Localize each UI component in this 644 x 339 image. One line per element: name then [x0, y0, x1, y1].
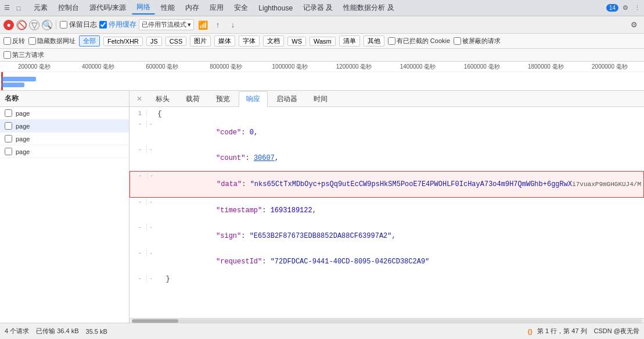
menu-right: 14 ⚙ ⋮	[606, 3, 642, 13]
request-item-3[interactable]: page	[0, 145, 129, 158]
tab-preview[interactable]: 预览	[208, 91, 238, 106]
json-line-code: - - "code": 0,	[129, 120, 644, 145]
third-party-bar: 第三方请求	[0, 49, 644, 62]
preserve-log-input[interactable]	[60, 21, 67, 28]
hide-data-urls-checkbox[interactable]	[28, 37, 36, 45]
timeline-bar-1	[1, 77, 36, 81]
more-options-icon[interactable]: ⋮	[632, 3, 642, 13]
stop-recording-button[interactable]: ●	[3, 20, 14, 30]
filter-img-btn[interactable]: 图片	[190, 35, 211, 47]
request-checkbox-1[interactable]	[5, 122, 12, 130]
devtools-menu-icon[interactable]: ☰	[2, 3, 12, 13]
request-item-1[interactable]: page	[0, 120, 129, 133]
notification-badge: 14	[606, 4, 618, 12]
clear-button[interactable]: 🚫	[16, 20, 27, 30]
filter-doc-btn[interactable]: 文档	[263, 35, 284, 47]
filter-wasm-btn[interactable]: Wasm	[310, 37, 336, 46]
menu-item-sources[interactable]: 源代码/来源	[85, 2, 131, 14]
timeline-label-3: 800000 毫秒	[194, 63, 258, 71]
devtools-window-icon[interactable]: □	[14, 3, 23, 13]
request-list-header: 名称	[0, 91, 129, 107]
disable-cache-checkbox[interactable]: 停用缓存	[99, 20, 136, 30]
disable-cache-input[interactable]	[99, 21, 107, 28]
main-area: 名称 page page page page ✕ 标头 载荷 预览 响应 启动器	[0, 91, 644, 323]
menu-item-console[interactable]: 控制台	[53, 2, 84, 14]
filter-js-btn[interactable]: JS	[146, 37, 162, 46]
menu-item-memory[interactable]: 内存	[181, 2, 204, 14]
filter-media-btn[interactable]: 媒体	[214, 35, 235, 47]
third-party-checkbox[interactable]	[3, 51, 11, 59]
json-line-close: - - }	[129, 274, 644, 285]
timeline-label-5: 1200000 毫秒	[322, 63, 386, 71]
timeline-bar-2	[1, 83, 24, 87]
filter-all-btn[interactable]: 全部	[79, 35, 100, 47]
hide-data-urls-filter[interactable]: 隐藏数据网址	[28, 37, 75, 45]
request-checkbox-3[interactable]	[5, 148, 12, 155]
menu-item-performance-insights[interactable]: 性能数据分析 及	[339, 2, 398, 14]
user-info: CSDN @夜无骨	[594, 327, 639, 336]
preserve-log-checkbox[interactable]: 保留日志	[60, 20, 97, 30]
request-checkbox-2[interactable]	[5, 135, 12, 142]
menu-item-security[interactable]: 安全	[229, 2, 253, 14]
resource-size: 35.5 kB	[86, 328, 107, 335]
upload-icon[interactable]: ↑	[211, 19, 224, 31]
download-icon[interactable]: ↓	[226, 19, 239, 31]
horizontal-scrollbar[interactable]	[129, 318, 644, 323]
status-right: {} 第 1 行，第 47 列 CSDN @夜无骨	[527, 327, 639, 336]
filter-icon[interactable]: ▽	[29, 20, 39, 30]
json-line-timestamp: - - "timestamp": 1693189122,	[129, 198, 644, 223]
menu-item-network[interactable]: 网络	[132, 1, 155, 15]
detail-content: 1 { - - "code": 0, - -	[129, 107, 644, 318]
menu-item-lighthouse[interactable]: Lighthouse	[254, 3, 297, 13]
filter-manifest-btn[interactable]: 清单	[339, 35, 360, 47]
tab-headers[interactable]: 标头	[148, 91, 177, 106]
json-line-1: 1 {	[129, 109, 644, 120]
throttle-dropdown[interactable]: 已停用节流模式 ▾	[139, 19, 194, 30]
json-viewer: 1 { - - "code": 0, - -	[129, 107, 644, 287]
tab-initiator[interactable]: 启动器	[269, 91, 305, 106]
timeline-label-7: 1600000 毫秒	[450, 63, 514, 71]
request-count: 4 个请求	[5, 327, 29, 336]
menu-item-performance[interactable]: 性能	[156, 2, 179, 14]
timeline: 200000 毫秒 400000 毫秒 600000 毫秒 800000 毫秒 …	[0, 62, 644, 91]
scrollbar-thumb[interactable]	[132, 319, 178, 323]
settings-icon[interactable]: ⚙	[621, 3, 630, 13]
filter-ws-btn[interactable]: WS	[287, 37, 306, 46]
tab-payload[interactable]: 载荷	[178, 91, 207, 106]
blocked-cookies-filter[interactable]: 有已拦截的 Cookie	[388, 37, 450, 45]
filter-fetch-xhr-btn[interactable]: Fetch/XHR	[103, 37, 143, 46]
third-party-checkbox-label[interactable]: 第三方请求	[3, 51, 44, 59]
blocked-requests-filter[interactable]: 被屏蔽的请求	[454, 37, 501, 45]
request-item-0[interactable]: page	[0, 107, 129, 120]
blocked-requests-checkbox[interactable]	[454, 37, 461, 45]
search-icon[interactable]: 🔍	[42, 20, 52, 30]
timeline-label-1: 400000 毫秒	[66, 63, 130, 71]
timeline-label-4: 1000000 毫秒	[258, 63, 322, 71]
json-line-count: - - "count": 30607,	[129, 145, 644, 171]
menu-bar-icons: ☰ □	[2, 3, 23, 13]
request-checkbox-0[interactable]	[5, 109, 12, 117]
tab-timing[interactable]: 时间	[306, 91, 335, 106]
menu-item-application[interactable]: 应用	[205, 2, 228, 14]
filter-font-btn[interactable]: 字体	[239, 35, 260, 47]
invert-filter[interactable]: 反转	[3, 37, 25, 45]
timeline-labels: 200000 毫秒 400000 毫秒 600000 毫秒 800000 毫秒 …	[0, 62, 644, 72]
menu-bar: ☰ □ 元素 控制台 源代码/来源 网络 性能 内存 应用 安全 Lightho…	[0, 0, 644, 16]
timeline-label-6: 1400000 毫秒	[386, 63, 450, 71]
tab-response[interactable]: 响应	[239, 91, 268, 107]
menu-item-elements[interactable]: 元素	[29, 2, 52, 14]
filter-bar: 反转 隐藏数据网址 全部 Fetch/XHR JS CSS 图片 媒体 字体 文…	[0, 34, 644, 49]
blocked-cookies-checkbox[interactable]	[388, 37, 395, 45]
timeline-label-8: 1800000 毫秒	[514, 63, 578, 71]
filter-css-btn[interactable]: CSS	[166, 37, 187, 46]
network-settings-icon[interactable]: ⚙	[628, 19, 641, 31]
scrollbar-track	[132, 319, 642, 323]
json-line-data: - - "data": "nks65CtTxMDbOyc+psQq9utEcCW…	[129, 171, 644, 198]
wifi-icon[interactable]: 📶	[196, 19, 209, 31]
detail-close-btn[interactable]: ✕	[132, 92, 147, 105]
menu-item-recorder[interactable]: 记录器 及	[298, 2, 337, 14]
timeline-label-2: 600000 毫秒	[130, 63, 194, 71]
invert-checkbox[interactable]	[3, 37, 11, 45]
filter-other-btn[interactable]: 其他	[364, 35, 384, 47]
request-item-2[interactable]: page	[0, 133, 129, 145]
